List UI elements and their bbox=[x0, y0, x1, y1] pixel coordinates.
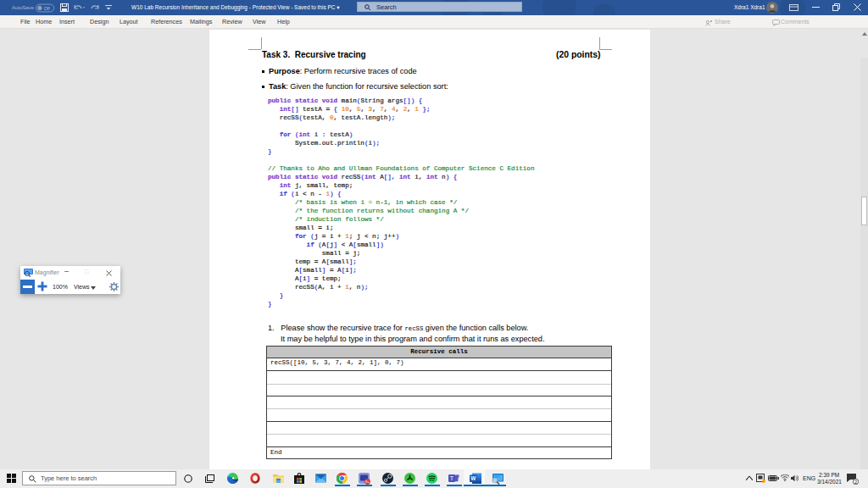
svg-text:2: 2 bbox=[854, 480, 857, 485]
svg-text:W: W bbox=[470, 475, 476, 481]
svg-text:9+: 9+ bbox=[365, 480, 370, 484]
svg-text:T: T bbox=[450, 475, 454, 481]
svg-text:Off: Off bbox=[44, 5, 50, 10]
